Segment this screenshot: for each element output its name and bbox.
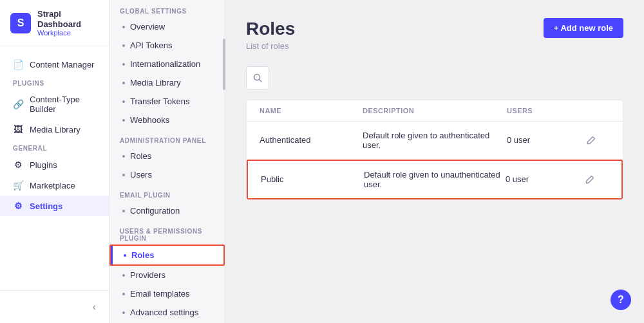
col-description: DESCRIPTION — [363, 107, 507, 115]
middle-item-label: Email templates — [130, 289, 189, 299]
dot-icon — [122, 311, 125, 314]
col-name: NAME — [260, 107, 363, 115]
settings-icon: ⚙ — [13, 201, 23, 211]
sidebar-item-content-manager[interactable]: 📄 Content Manager — [0, 54, 109, 75]
sidebar-nav: 📄 Content Manager PLUGINS 🔗 Content-Type… — [0, 46, 109, 290]
middle-item-configuration[interactable]: Configuration — [109, 201, 225, 220]
media-library-icon: 🖼 — [13, 124, 23, 134]
dot-icon — [122, 155, 125, 158]
col-actions — [584, 107, 610, 115]
sidebar-item-content-type-builder[interactable]: 🔗 Content-Type Builder — [0, 89, 109, 119]
table-row: Public Default role given to unauthentic… — [247, 160, 623, 199]
table-row: Authenticated Default role given to auth… — [247, 122, 623, 160]
edit-authenticated-button[interactable] — [584, 133, 598, 147]
middle-item-label: API Tokens — [130, 41, 173, 50]
search-bar[interactable] — [246, 66, 269, 89]
col-users: USERS — [507, 107, 584, 115]
brand: S Strapi Dashboard Workplace — [0, 0, 109, 46]
content-manager-icon: 📄 — [13, 59, 23, 69]
middle-item-overview[interactable]: Overview — [109, 17, 225, 36]
middle-item-api-tokens[interactable]: API Tokens — [109, 36, 225, 55]
middle-item-label: Media Library — [130, 78, 181, 88]
help-button[interactable]: ? — [611, 290, 631, 310]
roles-table: NAME DESCRIPTION USERS Authenticated Def… — [246, 100, 623, 200]
scroll-indicator — [223, 39, 225, 90]
dot-icon — [122, 26, 125, 28]
svg-line-1 — [260, 79, 262, 82]
sidebar-collapse: ‹ — [0, 290, 109, 323]
plugins-section-label: PLUGINS — [0, 75, 109, 89]
dot-icon — [124, 254, 126, 257]
main-content: Roles List of roles + Add new role NAME … — [225, 0, 644, 323]
page-header: Roles List of roles + Add new role — [246, 18, 623, 51]
middle-item-advanced-settings[interactable]: Advanced settings — [109, 303, 225, 322]
search-bar-container — [246, 66, 623, 89]
middle-item-roles-up[interactable]: Roles — [109, 245, 225, 266]
sidebar-item-label: Content Manager — [30, 60, 94, 69]
middle-item-webhooks[interactable]: Webhooks — [109, 111, 225, 129]
middle-item-email-templates[interactable]: Email templates — [109, 284, 225, 303]
general-section-label: GENERAL — [0, 140, 109, 154]
dot-icon — [122, 63, 125, 66]
sidebar-item-label: Plugins — [30, 160, 57, 170]
row-public-actions — [583, 172, 609, 187]
dot-icon — [122, 119, 125, 122]
dot-icon — [122, 210, 125, 212]
pencil-icon — [585, 175, 594, 184]
dot-icon — [122, 293, 125, 295]
dot-icon — [122, 100, 125, 103]
middle-item-label: Transfer Tokens — [130, 97, 190, 106]
sidebar-item-settings[interactable]: ⚙ Settings — [0, 196, 109, 216]
plugins-icon: ⚙ — [13, 160, 23, 170]
middle-item-transfer-tokens[interactable]: Transfer Tokens — [109, 92, 225, 111]
middle-item-providers[interactable]: Providers — [109, 266, 225, 284]
middle-item-label: Roles — [130, 151, 151, 161]
middle-item-label: Roles — [131, 250, 154, 260]
global-settings-section: GLOBAL SETTINGS — [109, 0, 225, 17]
collapse-button[interactable]: ‹ — [90, 299, 99, 315]
edit-public-button[interactable] — [583, 172, 597, 187]
row-authenticated-name: Authenticated — [260, 135, 363, 145]
app-sub: Workplace — [37, 29, 99, 37]
middle-item-label: Internationalization — [130, 59, 200, 69]
middle-item-users-admin[interactable]: Users — [109, 165, 225, 184]
middle-item-label: Configuration — [130, 206, 180, 216]
dot-icon — [122, 82, 125, 84]
row-public-name: Public — [261, 174, 364, 184]
row-authenticated-actions — [584, 133, 610, 147]
middle-item-media-library[interactable]: Media Library — [109, 73, 225, 92]
row-authenticated-description: Default role given to authenticated user… — [363, 131, 507, 150]
add-new-role-button[interactable]: + Add new role — [544, 18, 623, 38]
dot-icon — [122, 44, 125, 47]
sidebar-item-plugins[interactable]: ⚙ Plugins — [0, 154, 109, 175]
app-name: Strapi Dashboard — [37, 9, 99, 29]
row-public-description: Default role given to unauthenticated us… — [364, 170, 506, 189]
middle-item-label: Webhooks — [130, 115, 169, 125]
content-type-builder-icon: 🔗 — [13, 99, 23, 109]
dot-icon — [122, 174, 125, 176]
sidebar-item-label: Marketplace — [30, 181, 75, 190]
marketplace-icon: 🛒 — [13, 180, 23, 190]
middle-item-label: Advanced settings — [130, 308, 198, 317]
page-subtitle: List of roles — [246, 41, 295, 51]
table-header: NAME DESCRIPTION USERS — [247, 100, 623, 122]
pencil-icon — [587, 136, 596, 145]
sidebar-item-media-library[interactable]: 🖼 Media Library — [0, 119, 109, 140]
middle-item-internationalization[interactable]: Internationalization — [109, 55, 225, 73]
email-plugin-section: EMAIL PLUGIN — [109, 184, 225, 201]
sidebar: S Strapi Dashboard Workplace 📄 Content M… — [0, 0, 109, 323]
sidebar-item-marketplace[interactable]: 🛒 Marketplace — [0, 175, 109, 196]
middle-item-label: Users — [130, 170, 152, 180]
row-public-users: 0 user — [506, 174, 583, 184]
middle-panel: GLOBAL SETTINGS Overview API Tokens Inte… — [109, 0, 225, 323]
sidebar-item-label: Media Library — [30, 125, 80, 134]
brand-icon: S — [10, 13, 31, 33]
sidebar-item-label: Settings — [30, 201, 62, 211]
search-icon — [253, 73, 262, 82]
sidebar-item-label: Content-Type Builder — [30, 95, 96, 114]
middle-item-label: Overview — [130, 22, 165, 32]
middle-item-roles-admin[interactable]: Roles — [109, 147, 225, 165]
users-permissions-section: USERS & PERMISSIONS PLUGIN — [109, 220, 225, 245]
collapse-icon: ‹ — [93, 301, 96, 312]
dot-icon — [122, 274, 125, 277]
